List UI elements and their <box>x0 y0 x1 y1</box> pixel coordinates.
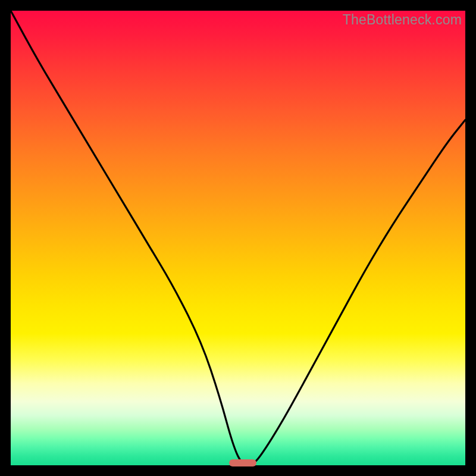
chart-frame: TheBottleneck.com <box>0 0 476 476</box>
plot-area: TheBottleneck.com <box>11 11 465 465</box>
bottleneck-curve <box>11 11 465 465</box>
optimal-marker <box>229 459 256 466</box>
